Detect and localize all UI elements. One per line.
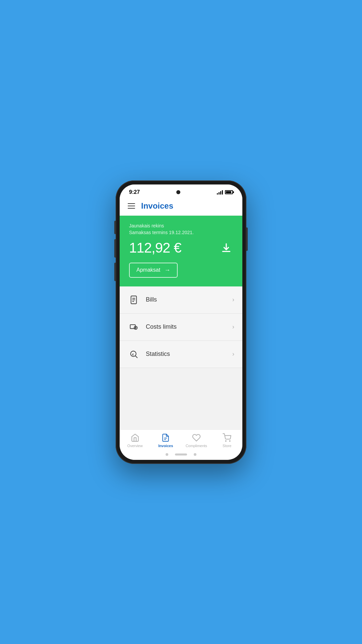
bills-label: Bills [146,296,226,303]
menu-button[interactable] [128,203,135,209]
home-dot-left [166,453,168,456]
signal-bar-1 [217,193,218,195]
overview-label: Overview [127,444,143,448]
pay-button-arrow: → [164,267,170,274]
signal-bar-4 [222,190,223,195]
svg-text:€: € [132,353,134,356]
invoice-due: Samaksas termins 19.12.2021. [129,230,233,235]
svg-point-14 [230,440,230,441]
menu-item-bills[interactable]: Bills › [120,286,242,314]
invoice-amount-row: 112,92 € [129,240,233,256]
store-label: Store [223,444,231,448]
status-bar: 9:27 [120,184,242,198]
statistics-chevron: › [232,351,234,358]
costs-limits-icon [128,321,140,333]
signal-bar-3 [220,191,221,195]
phone-wrapper: 9:27 [111,178,251,466]
bills-chevron: › [232,296,234,303]
hamburger-line-1 [128,203,135,204]
home-dot-center [175,453,187,455]
phone-screen: 9:27 [120,184,242,460]
silent-button [114,221,116,234]
nav-item-invoices[interactable]: Invoices [154,433,177,448]
status-time: 9:27 [129,189,140,195]
nav-item-compliments[interactable]: Compliments [185,433,208,448]
costs-limits-label: Costs limits [146,323,226,330]
invoice-label: Jaunakais rekins [129,223,233,228]
store-icon [222,433,232,442]
menu-item-statistics[interactable]: € Statistics › [120,341,242,368]
bottom-nav: Overview Invoices [120,429,242,450]
phone-frame: 9:27 [116,180,246,464]
overview-icon [130,433,140,442]
compliments-label: Compliments [186,444,207,448]
menu-item-costs-limits[interactable]: Costs limits › [120,314,242,341]
battery-icon [225,190,233,194]
volume-down-button [114,263,116,281]
statistics-label: Statistics [146,351,226,358]
invoice-card: Jaunakais rekins Samaksas termins 19.12.… [120,216,242,286]
volume-up-button [114,239,116,258]
camera-notch [176,190,180,194]
download-button[interactable] [220,241,233,255]
nav-item-store[interactable]: Store [215,433,239,448]
power-button [246,227,248,251]
statistics-icon: € [128,348,140,360]
svg-point-13 [226,440,226,441]
invoices-label: Invoices [158,444,173,448]
home-dot-right [194,453,196,456]
battery-fill [226,191,231,193]
app-header: Invoices [120,198,242,216]
svg-line-9 [135,356,137,358]
costs-limits-chevron: › [232,323,234,330]
invoice-amount: 112,92 € [129,240,181,256]
page-title: Invoices [141,201,173,211]
signal-bars [217,190,223,195]
signal-bar-2 [219,192,220,195]
compliments-icon [192,433,201,442]
nav-item-overview[interactable]: Overview [123,433,147,448]
hamburger-line-3 [128,208,135,209]
menu-section: Bills › Costs limits › [120,286,242,429]
bills-icon [128,294,140,306]
hamburger-line-2 [128,206,135,206]
home-indicator-area [120,450,242,460]
invoices-icon [161,433,170,442]
pay-button-label: Apmaksat [136,267,160,273]
status-right [217,190,233,195]
pay-button[interactable]: Apmaksat → [129,263,178,278]
